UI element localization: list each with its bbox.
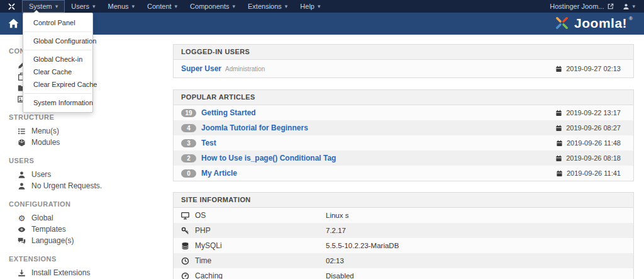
sidebar-heading-extensions: EXTENSIONS xyxy=(9,255,165,263)
sidebar-item-modules[interactable]: Modules xyxy=(9,137,165,148)
hits-badge: 4 xyxy=(181,124,196,132)
article-date: 2019-09-26 08:18 xyxy=(555,154,621,162)
article-link[interactable]: How to Use is_page() Conditional Tag xyxy=(201,154,336,162)
user-link[interactable]: Super User xyxy=(181,64,221,73)
site-info-row: PHP 7.2.17 xyxy=(174,223,633,238)
article-date: 2019-09-22 13:17 xyxy=(555,109,621,117)
site-info-label: OS xyxy=(195,211,206,220)
clock-icon xyxy=(181,257,189,265)
menu-item-clear-expired-cache[interactable]: Clear Expired Cache xyxy=(23,78,92,91)
article-link[interactable]: Getting Started xyxy=(201,108,256,117)
user-role: Administration xyxy=(225,65,265,72)
menu-help[interactable]: Help xyxy=(294,0,326,13)
brand-text: Joomla! xyxy=(574,16,627,31)
date-text: 2019-09-26 11:48 xyxy=(567,139,621,147)
calendar-icon xyxy=(556,140,563,147)
menu-extensions[interactable]: Extensions xyxy=(242,0,294,13)
site-preview-link[interactable]: Hostinger Joom... xyxy=(550,3,614,10)
menu-item-global-check-in[interactable]: Global Check-in xyxy=(23,53,92,65)
sidebar-item-label: Install Extensions xyxy=(31,268,90,277)
hits-badge: 2 xyxy=(181,154,196,162)
eye-icon xyxy=(18,225,26,234)
article-link[interactable]: My Article xyxy=(201,169,237,178)
download-icon xyxy=(18,269,26,277)
admin-top-bar: System Users Menus Content Components Ex… xyxy=(0,0,644,13)
article-row: 0 My Article 2019-09-26 11:41 xyxy=(174,166,633,181)
joomla-brand: Joomla! ® xyxy=(554,15,635,31)
date-text: 2019-09-26 08:18 xyxy=(566,154,621,162)
user-icon xyxy=(18,182,26,190)
joomla-logo-icon xyxy=(554,15,570,31)
menu-item-system-information[interactable]: System Information xyxy=(23,96,92,109)
article-row: 19 Getting Started 2019-09-22 13:17 xyxy=(174,105,633,120)
monitor-icon xyxy=(181,212,189,220)
comments-icon xyxy=(18,237,26,245)
menu-menus-label: Menus xyxy=(108,3,128,10)
sidebar-heading-users: USERS xyxy=(9,157,165,164)
login-date: 2019-09-27 02:13 xyxy=(555,65,621,72)
user-icon xyxy=(623,3,630,10)
logged-in-user-row: Super User Administration 2019-09-27 02:… xyxy=(174,60,633,77)
menu-users[interactable]: Users xyxy=(65,0,101,13)
panel-popular-articles: POPULAR ARTICLES 19 Getting Started 2019… xyxy=(173,89,634,181)
registered-mark: ® xyxy=(629,16,633,21)
menu-item-global-configuration[interactable]: Global Configuration xyxy=(23,35,92,47)
site-info-row: OS Linux s xyxy=(174,208,633,223)
menu-system[interactable]: System xyxy=(22,0,65,13)
key-icon xyxy=(181,227,189,235)
menu-item-control-panel[interactable]: Control Panel xyxy=(23,16,92,29)
sidebar-section-configuration: CONFIGURATION ⚙ Global Templates Languag… xyxy=(9,200,165,246)
sidebar-item-label: Templates xyxy=(31,225,66,234)
panel-title: POPULAR ARTICLES xyxy=(174,90,633,105)
sidebar-item-global[interactable]: ⚙ Global xyxy=(9,212,165,224)
menu-extensions-label: Extensions xyxy=(248,3,282,10)
article-row: 4 Joomla Tutorial for Beginners 2019-09-… xyxy=(174,120,633,135)
site-info-row: Time 02:13 xyxy=(174,253,633,268)
article-link[interactable]: Joomla Tutorial for Beginners xyxy=(201,123,308,132)
admin-header-bar: Joomla! ® xyxy=(0,13,644,35)
hits-badge: 3 xyxy=(181,139,196,147)
article-link[interactable]: Test xyxy=(201,139,216,147)
site-info-label: PHP xyxy=(195,226,211,235)
gear-icon: ⚙ xyxy=(18,214,26,222)
site-name: Hostinger Joom... xyxy=(550,3,604,10)
panel-title: SITE INFORMATION xyxy=(174,193,633,208)
sidebar-item-install-extensions[interactable]: Install Extensions xyxy=(9,267,165,278)
list-icon xyxy=(18,127,26,135)
menu-content-label: Content xyxy=(147,3,172,10)
menu-help-label: Help xyxy=(300,3,314,10)
date-text: 2019-09-26 11:41 xyxy=(567,169,621,177)
calendar-icon xyxy=(556,170,563,177)
site-info-label: Time xyxy=(195,256,211,265)
user-menu[interactable] xyxy=(623,3,635,10)
menu-menus[interactable]: Menus xyxy=(101,0,141,13)
menu-item-clear-cache[interactable]: Clear Cache xyxy=(23,65,92,78)
home-icon[interactable] xyxy=(8,18,19,29)
sidebar-item-menus[interactable]: Menu(s) xyxy=(9,125,165,137)
gauge-icon xyxy=(181,272,189,279)
sidebar-item-no-urgent-requests[interactable]: No Urgent Requests. xyxy=(9,180,165,191)
sidebar-item-label: Global xyxy=(31,214,53,222)
site-info-value: 5.5.5-10.2.23-MariaDB xyxy=(326,242,621,249)
sidebar-item-languages[interactable]: Language(s) xyxy=(9,235,165,246)
site-info-row: MySQLi 5.5.5-10.2.23-MariaDB xyxy=(174,238,633,253)
cube-icon xyxy=(18,139,26,147)
menu-divider xyxy=(24,50,92,50)
menu-system-label: System xyxy=(29,3,52,10)
panel-site-information: SITE INFORMATION OS Linux s PHP 7.2.17 M… xyxy=(173,192,634,279)
calendar-icon xyxy=(555,155,562,162)
menu-content[interactable]: Content xyxy=(141,0,184,13)
date-text: 2019-09-26 08:27 xyxy=(566,124,621,132)
system-dropdown-menu: Control Panel Global Configuration Globa… xyxy=(23,13,93,113)
dashboard-panels: LOGGED-IN USERS Super User Administratio… xyxy=(173,44,634,279)
sidebar-item-users[interactable]: Users xyxy=(9,169,165,180)
menu-divider xyxy=(24,31,92,32)
panel-logged-in-users: LOGGED-IN USERS Super User Administratio… xyxy=(173,44,634,78)
hits-badge: 19 xyxy=(181,109,196,117)
sidebar-item-templates[interactable]: Templates xyxy=(9,224,165,235)
menu-components[interactable]: Components xyxy=(184,0,242,13)
calendar-icon xyxy=(555,65,562,72)
sidebar-section-extensions: EXTENSIONS Install Extensions xyxy=(9,255,165,278)
user-icon xyxy=(18,171,26,179)
date-text: 2019-09-22 13:17 xyxy=(566,109,621,117)
